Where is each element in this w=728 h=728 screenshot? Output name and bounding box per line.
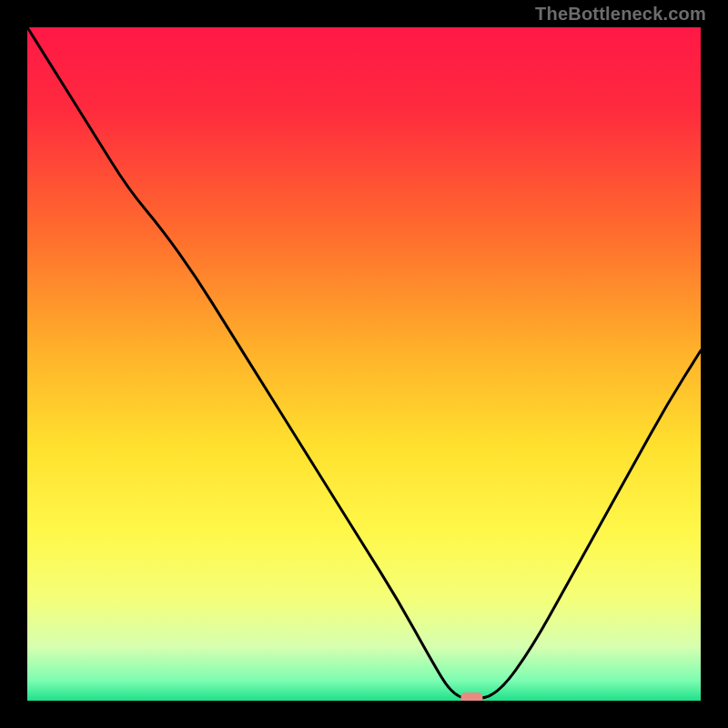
watermark-text: TheBottleneck.com: [535, 4, 706, 25]
chart-background-gradient: [27, 27, 701, 701]
optimal-marker: [460, 693, 482, 701]
chart-plot-area: [27, 27, 701, 701]
chart-svg: [27, 27, 701, 701]
chart-frame: TheBottleneck.com: [0, 0, 728, 728]
